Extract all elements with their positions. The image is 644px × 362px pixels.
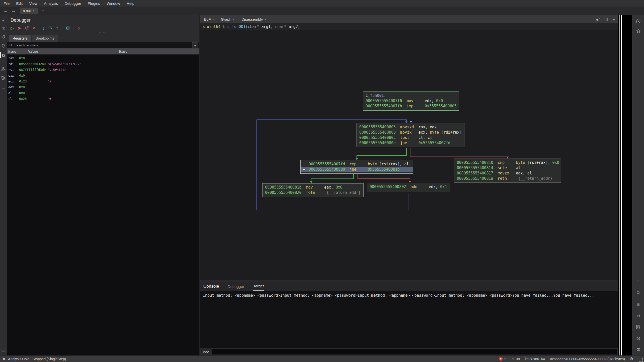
instruction-line[interactable]: 0000555555400820 retn {__return_addr} (265, 190, 361, 195)
instruction-line[interactable]: 000055555540081a retn {__return_addr} (457, 176, 559, 181)
search-options-menu-icon[interactable]: ≡ (192, 42, 198, 48)
register-row-rax[interactable]: rax0x0 (7, 55, 199, 61)
view-type-dropdown[interactable]: ELF▾ (204, 17, 214, 21)
variables-icon[interactable]: (x) (636, 19, 641, 23)
layout-dropdown[interactable]: Graph▾ (221, 17, 235, 21)
register-row-ecx[interactable]: ecx0x23'#' (7, 78, 199, 84)
instruction-line[interactable]: 0000555555400808 movzx ecx, byte [rdi+ra… (359, 130, 462, 135)
tags-icon[interactable] (0, 35, 7, 39)
basic-block-00005555554007fd[interactable]: 00005555554007fd cmp byte [rsi+rax], cl→… (300, 160, 413, 174)
menu-analysis[interactable]: Analysis (44, 1, 58, 6)
instruction-line[interactable]: 00005555554007f6 mov edx, 0x0 (366, 98, 456, 104)
menu-view[interactable]: View (29, 1, 37, 6)
instruction-line[interactable]: 0000555555400814 sete al (457, 165, 559, 171)
register-row-rdi[interactable]: rdi0x5555556032a0"#?=5#$\"9>7<?>77" (7, 61, 199, 67)
strings-icon[interactable]: ” (637, 281, 639, 285)
chevron-down-icon: ▾ (233, 18, 234, 21)
instruction-line[interactable]: 0000555555400805 movsxd rax, edx (359, 125, 462, 130)
tab-target-console[interactable]: Target (253, 282, 264, 291)
basic-block-0000555555400802[interactable]: 0000555555400802 add edx, 0x1 (367, 183, 450, 192)
tab-debugger-console[interactable]: Debugger (227, 282, 245, 291)
resize-grip[interactable] (638, 357, 641, 360)
log-icon[interactable]: ≡ (637, 302, 640, 307)
column-hint[interactable]: Hint (47, 50, 199, 53)
instruction-line[interactable]: 000055555540081b mov eax, 0x0 (265, 185, 361, 190)
step-into-icon[interactable]: ↓ (43, 25, 45, 31)
link-views-icon[interactable] (596, 17, 600, 21)
basic-block-0000555555400805[interactable]: 0000555555400805 movsxd rax, edx00005555… (357, 123, 465, 147)
register-row-al[interactable]: al0x0 (7, 90, 199, 96)
attach-icon[interactable]: ➤ (17, 25, 21, 31)
console-input[interactable] (212, 349, 617, 355)
memory-map-pin-icon[interactable] (0, 44, 7, 48)
xrefs-icon[interactable]: # (0, 18, 7, 22)
search-registers-input[interactable] (14, 43, 190, 47)
instruction-line[interactable]: 000055555540080c test cl, cl (359, 135, 462, 140)
instruction-line[interactable]: 0000555555400802 add edx, 0x1 (370, 184, 447, 190)
column-name[interactable]: Name (7, 50, 19, 53)
mini-graph-icon[interactable] (0, 67, 7, 71)
run-icon[interactable]: ▷ (10, 25, 14, 31)
warning-count-badge[interactable]: ⚠ 38 (511, 357, 520, 361)
register-row-rsi[interactable]: rsi0x7fffffffd3d0"\t5#\t?%" (7, 67, 199, 73)
lock-icon[interactable] (630, 357, 633, 361)
basic-block-0000555555400810[interactable]: 0000555555400810 cmp byte [rsi+rax], 0x0… (454, 159, 561, 183)
find-icon[interactable] (636, 291, 640, 296)
terminal-panel-icon[interactable] (0, 348, 7, 352)
tab-registers[interactable]: Registers (9, 35, 31, 42)
gutter (303, 162, 309, 167)
back-arrow-icon[interactable]: ← (4, 8, 8, 13)
layers-icon[interactable] (636, 336, 640, 342)
rail-separator (2, 62, 6, 62)
current-instruction-line[interactable]: →0000555555400800 jne 0x55555540081b (301, 167, 413, 172)
graph-canvas[interactable]: c_fun001:00005555554007f6 mov edx, 0x000… (200, 30, 618, 280)
menu-file[interactable]: File (4, 1, 10, 6)
settings-icon[interactable]: ⚙ (66, 25, 70, 31)
register-row-eax[interactable]: eax0x0 (7, 73, 199, 78)
register-row-cl[interactable]: cl0x23'#' (7, 96, 199, 102)
kill-icon[interactable]: × (32, 25, 35, 31)
restart-icon[interactable]: ↺ (25, 25, 29, 31)
function-signature[interactable]: uint64_t c_fun001(char* arg1, char* arg2… (207, 24, 300, 29)
menu-window[interactable]: Window (107, 1, 120, 6)
view-menu-icon[interactable]: ≡ (613, 17, 615, 21)
breakpoint-icon[interactable]: ○ (77, 25, 80, 31)
debugger-bug-icon[interactable] (0, 53, 7, 57)
il-dropdown[interactable]: Disassembly▾ (241, 17, 266, 21)
analysis-hold-label[interactable]: Analysis Hold (8, 357, 29, 361)
instruction-line[interactable]: 00005555554007fd cmp byte [rsi+rax], cl (303, 162, 410, 167)
menu-plugins[interactable]: Plugins (88, 1, 100, 6)
menu-edit[interactable]: Edit (16, 1, 23, 6)
types-icon[interactable]: {T} (0, 27, 7, 30)
register-row-edx[interactable]: edx0x0 (7, 84, 199, 90)
panel-drag-handle[interactable]: ······ (7, 32, 199, 35)
stack-layers-icon[interactable] (636, 29, 641, 35)
console-output[interactable]: Input method: <appname> <password>Input … (200, 291, 618, 348)
basic-block-000055555540081b[interactable]: 000055555540081b mov eax, 0x000005555554… (262, 183, 364, 197)
column-value[interactable]: Value (19, 50, 47, 53)
components-icon[interactable] (636, 325, 640, 330)
document-tab[interactable]: a.out ● (20, 8, 38, 14)
instruction-line[interactable]: 00005555554007fb jmp 0x555555400805 (366, 104, 456, 109)
error-count-badge[interactable]: ✕ 2 (499, 357, 506, 361)
debugger-state-label: Stopped (SingleStep) (33, 357, 66, 361)
tab-breakpoints[interactable]: Breakpoints (32, 35, 58, 42)
collapse-icon[interactable]: ↻ (203, 25, 205, 29)
instruction-line[interactable]: 0000555555400810 cmp byte [rsi+rax], 0x0 (457, 160, 559, 165)
split-view-icon[interactable]: ◫ (604, 17, 608, 21)
analysis-hold-icon[interactable]: ✖ (3, 357, 5, 361)
tag-list-icon[interactable] (636, 348, 640, 353)
instruction-line[interactable]: 000055555540080e jne 0x5555554007fd (359, 140, 462, 146)
step-return-icon[interactable]: ↑ (56, 25, 58, 31)
menu-debugger[interactable]: Debugger (65, 1, 81, 6)
menu-help[interactable]: Help (127, 1, 135, 6)
step-over-icon[interactable]: ↷ (48, 25, 52, 31)
feature-map[interactable] (618, 15, 632, 355)
transform-icon[interactable] (0, 76, 7, 80)
more-panels-icon[interactable]: … (0, 85, 7, 89)
history-icon[interactable]: ↺ (636, 313, 640, 319)
instruction-line[interactable]: 0000555555400817 movzx eax, al (457, 171, 559, 176)
new-tab-button[interactable]: + (42, 8, 45, 14)
forward-arrow-icon[interactable]: → (11, 8, 16, 13)
basic-block-00005555554007f6[interactable]: c_fun001:00005555554007f6 mov edx, 0x000… (363, 92, 459, 111)
